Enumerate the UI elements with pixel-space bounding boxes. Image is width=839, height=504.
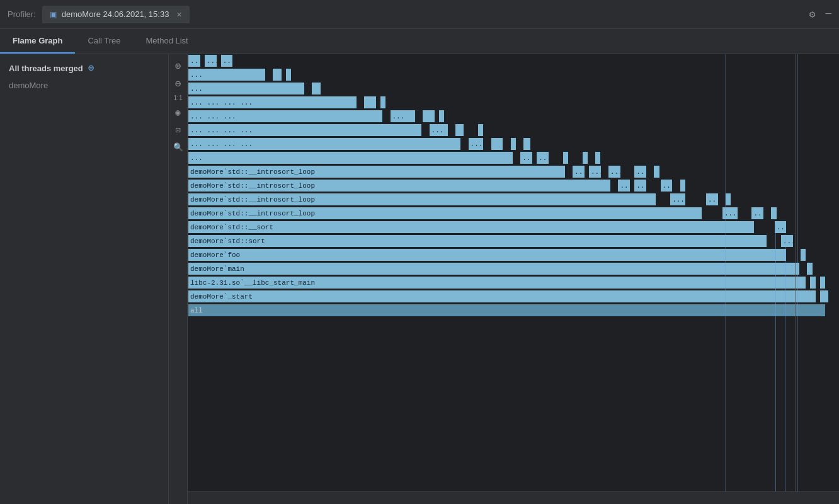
marker-line-4 <box>785 234 785 491</box>
flame-block[interactable] <box>653 165 659 178</box>
flame-row: ... ... ... ... <box>188 110 839 123</box>
flame-block[interactable] <box>770 207 777 220</box>
sidebar-item-label: demoMore <box>9 81 48 90</box>
tab-call-tree-label: Call Tree <box>88 36 120 45</box>
tab-flame-graph[interactable]: Flame Graph <box>0 29 75 54</box>
flame-block[interactable]: ... ... ... ... <box>188 137 461 151</box>
flame-block[interactable]: ... <box>520 151 533 164</box>
flame-block[interactable]: ... <box>429 123 448 137</box>
flame-block[interactable] <box>680 179 686 192</box>
camera-button[interactable]: ⊡ <box>171 123 185 137</box>
flame-block[interactable] <box>491 137 504 151</box>
flame-block[interactable]: ... <box>588 165 602 178</box>
flame-block[interactable]: ... <box>705 193 719 206</box>
flame-block[interactable]: ... <box>220 54 234 67</box>
flame-block[interactable]: ... <box>780 234 794 248</box>
flame-row: ... ... ... <box>188 151 839 164</box>
flame-block[interactable]: ... ... ... ... <box>188 123 422 137</box>
profiler-tab[interactable]: ▣ demoMore 24.06.2021, 15:33 × <box>42 6 190 23</box>
flame-block[interactable]: ... <box>751 207 764 220</box>
flame-block[interactable] <box>809 276 816 289</box>
search-button[interactable]: 🔍 <box>171 140 185 154</box>
flame-block[interactable]: ... <box>634 165 647 178</box>
flame-block[interactable]: ... <box>670 193 686 206</box>
tab-close-button[interactable]: × <box>176 9 181 20</box>
flame-block[interactable]: demoMore`std::sort <box>188 234 767 248</box>
flame-block[interactable]: ... <box>188 68 266 81</box>
flame-block[interactable]: demoMore`std::__sort <box>188 220 755 234</box>
flame-block[interactable]: demoMore`std::__introsort_loop <box>188 179 611 192</box>
flame-block[interactable] <box>819 290 830 303</box>
flame-block[interactable] <box>477 123 484 137</box>
eye-button[interactable]: ◉ <box>171 105 185 119</box>
add-thread-button[interactable]: ⊕ <box>88 62 94 74</box>
flame-block[interactable] <box>523 137 530 151</box>
flame-block[interactable] <box>819 276 826 289</box>
scrollbar[interactable] <box>188 491 839 504</box>
flame-block-all[interactable]: all <box>188 304 826 317</box>
flame-block[interactable] <box>422 110 435 123</box>
flame-block[interactable] <box>438 110 445 123</box>
flame-block[interactable] <box>725 193 731 206</box>
flame-row-introsort4: demoMore`std::__introsort_loop ... ... <box>188 207 839 220</box>
minimize-icon[interactable]: — <box>825 8 831 21</box>
tab-call-tree[interactable]: Call Tree <box>75 29 133 54</box>
flame-row: ... ... ... <box>188 54 839 67</box>
zoom-in-button[interactable]: ⊕ <box>171 59 185 73</box>
flame-block[interactable]: ... <box>722 207 738 220</box>
flame-block[interactable]: ... <box>536 151 549 164</box>
flame-rows-container: ... ... ... ... ... .. <box>188 54 839 491</box>
flame-block[interactable] <box>455 123 465 137</box>
flame-block[interactable] <box>595 151 601 164</box>
marker-line-1 <box>797 54 798 491</box>
flame-block[interactable] <box>311 82 321 95</box>
flame-block[interactable]: ... <box>390 110 416 123</box>
marker-line-2 <box>725 54 726 491</box>
flame-block[interactable]: demoMore`std::__introsort_loop <box>188 207 702 220</box>
flame-block[interactable]: demoMore`_start <box>188 290 816 303</box>
flame-block[interactable] <box>510 137 517 151</box>
flame-graph-area[interactable]: ... ... ... ... ... .. <box>188 54 839 504</box>
flame-block[interactable]: ... <box>188 54 201 67</box>
flame-block[interactable]: ... <box>617 179 631 192</box>
flame-block[interactable]: ... <box>188 151 513 164</box>
flame-block[interactable]: demoMore`std::__introsort_loop <box>188 165 566 178</box>
tab-method-list-label: Method List <box>146 36 188 45</box>
flame-block[interactable]: demoMore`main <box>188 262 800 275</box>
flame-block[interactable] <box>562 151 569 164</box>
flame-block[interactable]: ... <box>608 165 621 178</box>
tab-icon: ▣ <box>50 10 57 19</box>
gear-icon[interactable]: ⚙ <box>809 8 816 21</box>
flame-block[interactable]: ... <box>204 54 217 67</box>
flame-block[interactable] <box>380 96 386 109</box>
flame-block[interactable]: ... <box>634 179 647 192</box>
title-bar: Profiler: ▣ demoMore 24.06.2021, 15:33 ×… <box>0 0 839 29</box>
flame-block[interactable] <box>582 151 588 164</box>
flame-row-all: all <box>188 304 839 317</box>
app-label: Profiler: <box>8 9 36 19</box>
flame-row-start: demoMore`_start <box>188 290 839 303</box>
flame-row: ... ... ... ... <box>188 96 839 109</box>
flame-row: ... <box>188 68 839 81</box>
sidebar-item-demoMore[interactable]: demoMore <box>0 78 168 93</box>
flame-block[interactable]: ... <box>468 137 484 151</box>
flame-block[interactable] <box>272 68 282 81</box>
flame-block[interactable]: demoMore`foo <box>188 248 787 261</box>
tab-title: demoMore 24.06.2021, 15:33 <box>62 9 169 19</box>
zoom-out-button[interactable]: ⊖ <box>171 77 185 91</box>
flame-block[interactable]: libc-2.31.so`__libc_start_main <box>188 276 806 289</box>
zoom-ratio-label: 1:1 <box>174 94 183 101</box>
flame-block[interactable] <box>800 248 806 261</box>
flame-block[interactable] <box>363 96 377 109</box>
flame-block[interactable]: ... ... ... ... <box>188 96 357 109</box>
flame-block[interactable]: ... <box>660 179 673 192</box>
flame-block[interactable]: demoMore`std::__introsort_loop <box>188 193 656 206</box>
flame-row-introsort1: demoMore`std::__introsort_loop ... ... .… <box>188 165 839 178</box>
flame-block[interactable]: ... <box>572 165 585 178</box>
flame-block[interactable] <box>285 68 292 81</box>
flame-block[interactable]: ... ... ... <box>188 110 383 123</box>
flame-block[interactable] <box>806 262 813 275</box>
tab-method-list[interactable]: Method List <box>134 29 201 54</box>
tab-flame-graph-label: Flame Graph <box>13 36 62 45</box>
flame-block[interactable]: ... <box>188 82 305 95</box>
